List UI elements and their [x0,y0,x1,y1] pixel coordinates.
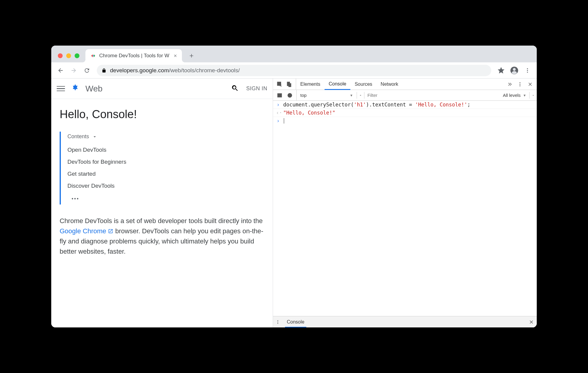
bookmark-button[interactable] [495,65,507,76]
chevron-down-icon [92,134,97,139]
url-host: developers.google.com [110,67,169,73]
tab-title: Chrome DevTools | Tools for W [99,53,169,59]
toc-more-button[interactable]: ••• [67,192,264,203]
console-output-line: ‹· "Hello, Console!" [273,109,537,117]
site-logo-icon[interactable] [70,83,80,94]
console-toolbar: top ▼ All levels ▼ [273,90,537,101]
site-name[interactable]: Web [85,84,102,94]
svg-point-7 [527,72,528,73]
devtools-panel: Elements Console Sources Network [273,79,537,327]
search-button[interactable] [231,84,239,93]
devtools-tab-bar: Elements Console Sources Network [273,79,537,90]
toc-label: Contents [67,133,89,140]
content-area: Web SIGN IN Hello, Console! Contents Ope… [51,79,537,327]
browser-tab[interactable]: Chrome DevTools | Tools for W [85,49,182,62]
svg-point-4 [513,68,515,70]
maximize-window-button[interactable] [75,53,79,58]
levels-label: All levels [503,93,521,98]
external-link-icon [108,228,113,234]
console-prompt[interactable] [283,118,534,124]
context-value: top [300,93,307,98]
tab-console[interactable]: Console [325,79,351,90]
svg-point-5 [527,68,528,69]
svg-point-6 [527,70,528,71]
window-controls [55,53,83,62]
tab-strip: Chrome DevTools | Tools for W [51,46,537,62]
reload-button[interactable] [81,65,93,76]
prompt-marker-icon: › [276,118,280,124]
input-marker-icon: › [276,102,280,108]
devtools-inspect-group [273,79,296,90]
svg-rect-10 [289,83,291,87]
page-content: Web SIGN IN Hello, Console! Contents Ope… [51,79,273,327]
svg-point-16 [278,320,278,321]
svg-marker-1 [94,54,95,57]
console-input-line: › document.querySelector('h1').textConte… [273,101,537,109]
google-chrome-link[interactable]: Google Chrome [60,227,113,235]
forward-button[interactable] [68,65,79,76]
address-bar[interactable]: developers.google.com/web/tools/chrome-d… [97,65,491,76]
back-button[interactable] [55,65,66,76]
live-expression-button[interactable] [357,92,364,99]
devtools-menu-button[interactable] [516,80,524,88]
browser-window: Chrome DevTools | Tools for W developers… [51,46,537,327]
devtools-favicon [90,53,96,59]
svg-point-18 [278,323,278,324]
svg-point-13 [520,85,521,86]
drawer-menu-button[interactable] [273,320,283,324]
svg-point-17 [278,321,278,322]
account-button[interactable] [509,65,520,76]
devtools-close-button[interactable] [526,80,534,88]
console-filter-input[interactable] [364,93,400,98]
console-result: "Hello, Console!" [283,110,534,116]
sign-in-link[interactable]: SIGN IN [246,85,267,92]
console-prompt-line[interactable]: › [273,117,537,125]
tab-elements[interactable]: Elements [296,79,325,90]
svg-point-11 [520,82,521,83]
svg-marker-0 [91,54,93,57]
toc-header[interactable]: Contents [67,133,264,140]
drawer-close-button[interactable] [526,319,537,325]
console-output[interactable]: › document.querySelector('h1').textConte… [273,101,537,316]
execution-context-select[interactable]: top ▼ [297,90,357,100]
chevron-down-icon: ▼ [350,94,353,97]
console-command: document.querySelector('h1').textContent… [283,102,534,108]
chevron-down-icon: ▼ [523,94,526,97]
close-window-button[interactable] [58,53,63,58]
browser-menu-button[interactable] [522,65,533,76]
device-toolbar-button[interactable] [286,81,293,88]
inspect-element-button[interactable] [276,81,283,88]
toc-item[interactable]: Open DevTools [67,144,264,156]
svg-point-12 [520,84,521,85]
log-levels-select[interactable]: All levels ▼ [500,93,529,98]
minimize-window-button[interactable] [66,53,71,58]
console-settings-button[interactable] [530,92,537,99]
url-path: /web/tools/chrome-devtools/ [169,67,240,73]
hamburger-menu-button[interactable] [57,85,65,93]
tab-close-button[interactable] [172,53,178,59]
table-of-contents: Contents Open DevTools DevTools for Begi… [60,132,264,204]
browser-toolbar: developers.google.com/web/tools/chrome-d… [51,62,537,79]
tab-network[interactable]: Network [376,79,402,90]
output-marker-icon: ‹· [276,110,280,116]
drawer-tab-console[interactable]: Console [283,316,309,327]
body-paragraph: Chrome DevTools is a set of web develope… [60,216,264,257]
console-sidebar-toggle[interactable] [276,92,283,99]
toc-item[interactable]: DevTools for Beginners [67,156,264,168]
toc-item[interactable]: Get started [67,168,264,180]
clear-console-button[interactable] [286,92,293,99]
filter-field[interactable] [367,93,397,98]
more-tabs-button[interactable] [506,80,514,88]
lock-icon [102,68,106,73]
new-tab-button[interactable] [186,50,197,61]
svg-rect-2 [93,55,94,56]
toc-item[interactable]: Discover DevTools [67,180,264,192]
url-text: developers.google.com/web/tools/chrome-d… [110,67,240,74]
page-header: Web SIGN IN [51,79,273,99]
page-title: Hello, Console! [60,108,264,121]
page-body: Hello, Console! Contents Open DevTools D… [51,99,273,266]
body-text-pre: Chrome DevTools is a set of web develope… [60,217,263,225]
tab-sources[interactable]: Sources [350,79,376,90]
devtools-drawer: Console [273,316,537,327]
